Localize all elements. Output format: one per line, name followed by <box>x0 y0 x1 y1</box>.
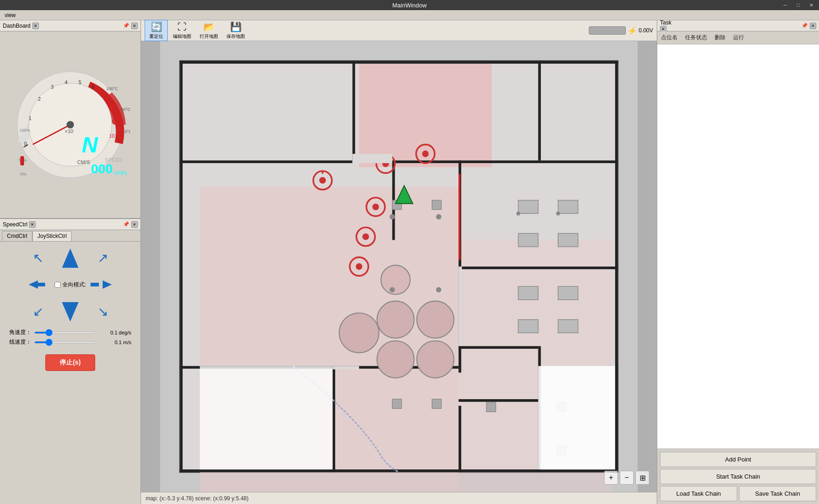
save-map-button[interactable]: 💾 保存地图 <box>223 20 248 41</box>
dashboard-pin-icon[interactable]: 📌 <box>123 23 129 29</box>
svg-point-64 <box>417 341 454 378</box>
svg-point-63 <box>377 341 414 378</box>
svg-text:2: 2 <box>38 96 41 102</box>
stop-button[interactable]: 停止(s) <box>45 354 95 371</box>
dir-down-button[interactable] <box>59 300 82 323</box>
svg-text:0%: 0% <box>20 172 26 176</box>
task-pin-icon[interactable]: 📌 <box>801 23 808 29</box>
svg-text:×10: ×10 <box>65 128 73 134</box>
open-map-button[interactable]: 📂 打开地图 <box>196 20 221 41</box>
dir-up-left-button[interactable]: ↖ <box>26 246 49 269</box>
svg-text:8: 8 <box>110 105 112 111</box>
zoom-fit-button[interactable]: ⊞ <box>636 471 649 485</box>
svg-rect-76 <box>432 200 441 209</box>
dir-down-left-button[interactable]: ↙ <box>26 300 49 323</box>
task-title-area: Task ✕ <box>660 19 672 32</box>
add-point-button[interactable]: Add Point <box>660 452 816 467</box>
svg-rect-82 <box>458 174 460 260</box>
svg-text:9: 9 <box>112 119 115 125</box>
task-titlebar: Task ✕ 📌 ✕ <box>657 20 819 31</box>
svg-text:4: 4 <box>65 79 67 85</box>
left-arrow-icon <box>28 279 51 290</box>
tab-joystickctrl[interactable]: JoyStickCtrl <box>32 231 72 241</box>
dashboard-undock-button[interactable]: ✕ <box>131 23 138 29</box>
down-right-arrow-icon: ↘ <box>98 304 108 319</box>
dir-up-right-button[interactable]: ↗ <box>91 246 114 269</box>
minimize-button[interactable]: ─ <box>779 1 791 9</box>
zoom-out-button[interactable]: − <box>620 471 634 485</box>
omni-label: 全向模式: <box>62 281 86 289</box>
svg-rect-69 <box>518 233 538 247</box>
load-task-chain-button[interactable]: Load Task Chain <box>660 486 737 501</box>
col-point-name: 点位名 <box>661 34 678 42</box>
relocate-button[interactable]: 🔄 重定位 <box>145 20 168 41</box>
svg-text:0: 0 <box>24 141 27 146</box>
speedometer: 0 1 2 3 4 5 6 7 8 9 10 100% 50 <box>10 65 130 185</box>
map-zoom-controls: + − ⊞ <box>604 471 649 485</box>
svg-rect-47 <box>180 61 183 472</box>
map-status-bar: map: (x:-5.3 y:4.78) scene: (x:0.99 y:5.… <box>141 492 657 504</box>
angular-speed-label: 角速度： <box>9 328 31 336</box>
view-menu-item[interactable]: view <box>0 11 20 19</box>
svg-rect-97 <box>200 366 332 469</box>
svg-rect-28 <box>20 156 24 165</box>
window-controls: ─ □ ✕ <box>779 1 817 9</box>
omnidirectional-mode: 全向模式: <box>55 281 86 289</box>
angular-speed-value: 0.1 deg/s <box>99 330 131 335</box>
close-button[interactable]: ✕ <box>805 1 817 9</box>
svg-text:000: 000 <box>91 162 113 176</box>
task-footer: Add Point Start Task Chain Load Task Cha… <box>657 449 819 504</box>
angular-speed-slider[interactable] <box>34 332 96 334</box>
tab-cmdctrl[interactable]: CmdCtrl <box>2 231 32 241</box>
dir-up-button[interactable] <box>59 246 82 269</box>
save-map-label: 保存地图 <box>226 33 245 40</box>
dashboard-title-area: DashBoard ✕ <box>3 23 39 29</box>
svg-point-93 <box>362 233 369 240</box>
map-area[interactable]: + − ⊞ <box>141 41 657 492</box>
task-undock-button[interactable]: ✕ <box>810 23 816 29</box>
maximize-button[interactable]: □ <box>792 1 804 9</box>
speedctrl-close-button[interactable]: ✕ <box>29 221 36 228</box>
speedctrl-tabs: CmdCtrl JoyStickCtrl <box>0 230 141 242</box>
left-panel: DashBoard ✕ 📌 ✕ <box>0 20 141 504</box>
task-list <box>657 44 819 449</box>
svg-marker-32 <box>29 280 38 289</box>
angular-speed-row: 角速度： 0.1 deg/s <box>9 328 131 336</box>
lightning-icon: ⚡ <box>628 26 637 35</box>
dir-right-button[interactable] <box>90 273 113 296</box>
svg-rect-57 <box>538 61 541 160</box>
svg-text:1: 1 <box>29 115 31 121</box>
speedctrl-widget-controls: 📌 ✕ <box>123 221 138 228</box>
speedctrl-pin-icon[interactable]: 📌 <box>123 221 129 227</box>
svg-rect-46 <box>180 469 617 472</box>
svg-text:100%: 100% <box>19 128 30 133</box>
svg-point-23 <box>67 121 74 128</box>
speedctrl-undock-button[interactable]: ✕ <box>131 221 138 228</box>
zoom-in-button[interactable]: + <box>604 471 618 485</box>
dir-down-right-button[interactable]: ↘ <box>91 300 114 323</box>
svg-text:0°C: 0°C <box>125 129 130 134</box>
svg-rect-49 <box>180 160 352 163</box>
linear-speed-row: 线速度： 0.1 m/s <box>9 338 131 346</box>
svg-point-84 <box>319 177 326 183</box>
dashboard-close-button[interactable]: ✕ <box>32 23 39 29</box>
open-map-icon: 📂 <box>203 21 215 32</box>
dir-left-button[interactable] <box>28 273 51 296</box>
edit-map-button[interactable]: ⛶ 编辑地图 <box>170 20 195 41</box>
linear-speed-label: 线速度： <box>9 338 31 346</box>
start-task-chain-button[interactable]: Start Task Chain <box>660 469 816 484</box>
svg-point-62 <box>417 301 454 338</box>
svg-rect-108 <box>332 366 359 369</box>
svg-marker-37 <box>103 280 112 289</box>
direction-row-top: ↖ ↗ <box>26 246 114 269</box>
linear-speed-slider[interactable] <box>34 341 96 343</box>
dashboard-widget-controls: 📌 ✕ <box>123 23 138 29</box>
omni-checkbox[interactable] <box>55 282 61 288</box>
task-title: Task <box>660 19 672 26</box>
dashboard-widget: DashBoard ✕ 📌 ✕ <box>0 20 141 219</box>
svg-text:50°C: 50°C <box>121 107 130 112</box>
svg-rect-68 <box>558 200 578 213</box>
col-run: 运行 <box>733 34 744 42</box>
svg-rect-70 <box>558 233 578 247</box>
save-task-chain-button[interactable]: Save Task Chain <box>739 486 816 501</box>
